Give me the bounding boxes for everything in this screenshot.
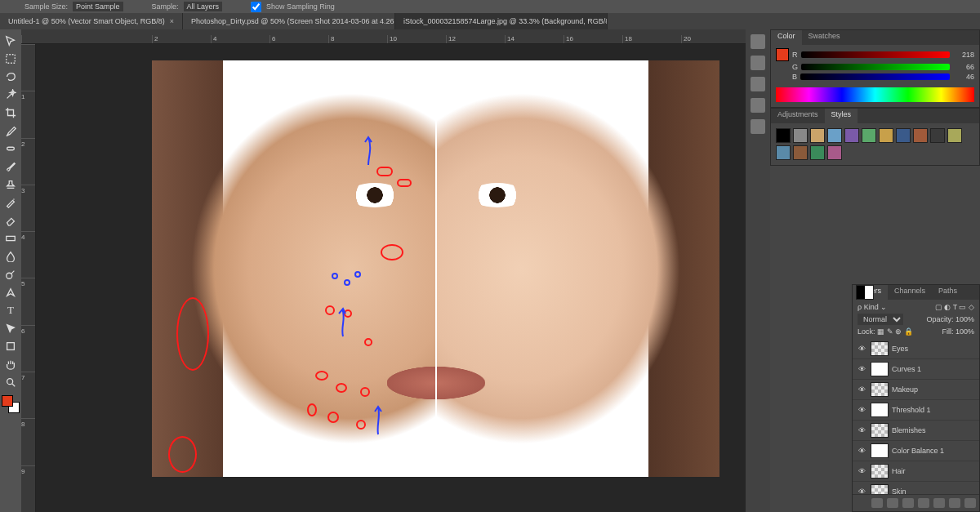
style-swatch[interactable] (793, 145, 808, 160)
blend-mode-select[interactable]: Normal (858, 314, 903, 325)
style-swatch[interactable] (896, 128, 911, 143)
tab-channels[interactable]: Channels (888, 285, 932, 300)
blur-tool-icon[interactable] (2, 248, 19, 265)
fx-icon[interactable] (887, 498, 898, 508)
layer-row[interactable]: 👁Color Balance 1 (853, 441, 979, 461)
style-swatch[interactable] (810, 128, 825, 143)
color-chips[interactable] (2, 395, 20, 413)
style-swatch[interactable] (844, 128, 859, 143)
visibility-icon[interactable]: 👁 (856, 345, 867, 353)
annotation-circle (336, 383, 347, 393)
tab-swatches[interactable]: Swatches (802, 30, 847, 45)
link-layers-icon[interactable] (871, 498, 883, 508)
lasso-tool-icon[interactable] (2, 69, 19, 85)
g-slider[interactable] (801, 64, 950, 70)
tab-paths[interactable]: Paths (932, 285, 964, 300)
layer-row[interactable]: 👁Threshold 1 (853, 400, 979, 421)
style-swatch[interactable] (827, 145, 842, 160)
style-swatch[interactable] (947, 128, 962, 143)
split-divider (435, 60, 437, 477)
dock-icon[interactable] (751, 77, 765, 91)
dock-icon[interactable] (751, 34, 765, 49)
show-sampling-ring-checkbox[interactable] (251, 2, 261, 12)
crop-tool-icon[interactable] (2, 105, 19, 121)
ruler-horizontal[interactable]: 2468101214161820 (21, 29, 746, 44)
style-swatch[interactable] (879, 128, 893, 143)
layer-filter-icons[interactable]: ▢ ◐ T ▭ ◇ (935, 303, 974, 311)
pen-tool-icon[interactable] (2, 284, 19, 301)
stamp-tool-icon[interactable] (2, 176, 19, 193)
layer-row[interactable]: 👁Hair (853, 461, 979, 482)
visibility-icon[interactable]: 👁 (856, 365, 867, 373)
svg-rect-1 (7, 147, 15, 150)
zoom-tool-icon[interactable] (2, 374, 19, 390)
dock-icon[interactable] (751, 56, 765, 70)
style-swatch[interactable] (776, 145, 791, 160)
trash-icon[interactable] (964, 498, 976, 508)
style-swatch[interactable] (827, 128, 842, 143)
visibility-icon[interactable]: 👁 (856, 385, 867, 394)
style-swatch[interactable] (930, 128, 945, 143)
dock-icon[interactable] (751, 98, 765, 113)
close-icon[interactable]: × (170, 17, 174, 25)
path-select-tool-icon[interactable] (2, 320, 19, 336)
dodge-tool-icon[interactable] (2, 266, 19, 283)
visibility-icon[interactable]: 👁 (856, 406, 867, 414)
tab-adjustments[interactable]: Adjustments (771, 109, 825, 123)
layer-row[interactable]: 👁Blemishes (853, 421, 979, 441)
document-tab[interactable]: iStock_000032158574Large.jpg @ 33.3% (Ba… (395, 13, 608, 29)
annotation-mark (376, 167, 393, 176)
heal-tool-icon[interactable] (2, 140, 19, 157)
styles-panel[interactable]: Adjustments Styles (770, 108, 980, 166)
brush-tool-icon[interactable] (2, 158, 19, 175)
document-canvas[interactable] (152, 60, 719, 477)
gradient-tool-icon[interactable] (2, 230, 19, 247)
style-swatch[interactable] (810, 145, 825, 160)
svg-rect-4 (7, 343, 15, 350)
shape-tool-icon[interactable] (2, 338, 19, 354)
style-swatch[interactable] (776, 128, 791, 143)
show-sampling-ring[interactable]: Show Sampling Ring (251, 2, 335, 12)
type-tool-icon[interactable]: T (2, 302, 19, 318)
annotation-dot (344, 279, 350, 286)
dock-icon[interactable] (751, 119, 765, 134)
document-tab[interactable]: Photoshop_Dirty.psd @ 50% (Screen Shot 2… (183, 13, 395, 29)
visibility-icon[interactable]: 👁 (856, 447, 867, 455)
eyedropper-tool-icon[interactable] (2, 122, 19, 139)
layer-row[interactable]: 👁Makeup (853, 380, 979, 400)
ruler-vertical[interactable]: 123456789 (21, 44, 36, 512)
layers-panel[interactable]: Layers Channels Paths ρ Kind ⌄ ▢ ◐ T ▭ ◇… (852, 284, 980, 512)
layer-row[interactable]: 👁Eyes (853, 339, 979, 359)
wand-tool-icon[interactable] (2, 87, 19, 103)
svg-rect-2 (7, 236, 16, 240)
marquee-tool-icon[interactable] (2, 51, 19, 67)
r-slider[interactable] (801, 51, 951, 58)
visibility-icon[interactable]: 👁 (856, 488, 867, 494)
new-layer-icon[interactable] (949, 498, 960, 508)
tab-color[interactable]: Color (771, 30, 802, 45)
history-brush-tool-icon[interactable] (2, 194, 19, 211)
color-panel[interactable]: Color Swatches R218 G66 B46 (770, 29, 980, 108)
annotation-arrow (371, 403, 385, 436)
tab-styles[interactable]: Styles (825, 109, 858, 123)
style-swatch[interactable] (913, 128, 928, 143)
mask-icon[interactable] (902, 498, 914, 508)
b-slider[interactable] (800, 73, 950, 80)
style-swatch[interactable] (793, 128, 808, 143)
color-spectrum[interactable] (776, 87, 974, 102)
visibility-icon[interactable]: 👁 (856, 467, 867, 475)
move-tool-icon[interactable] (2, 33, 19, 49)
group-icon[interactable] (933, 498, 945, 508)
hand-tool-icon[interactable] (2, 356, 19, 372)
canvas-area: 2468101214161820 123456789 (21, 29, 746, 512)
style-swatch[interactable] (862, 128, 876, 143)
layer-row[interactable]: 👁Curves 1 (853, 359, 979, 380)
layer-row[interactable]: 👁Skin (853, 482, 979, 494)
sample-scope-value[interactable]: All Layers (184, 2, 223, 11)
sample-size-value[interactable]: Point Sample (73, 2, 123, 11)
adjustment-icon[interactable] (918, 498, 929, 508)
eraser-tool-icon[interactable] (2, 212, 19, 229)
document-tab[interactable]: Untitled-1 @ 50% (Vector Smart Object, R… (0, 13, 183, 29)
foreground-chip[interactable] (776, 48, 789, 61)
visibility-icon[interactable]: 👁 (856, 426, 867, 434)
